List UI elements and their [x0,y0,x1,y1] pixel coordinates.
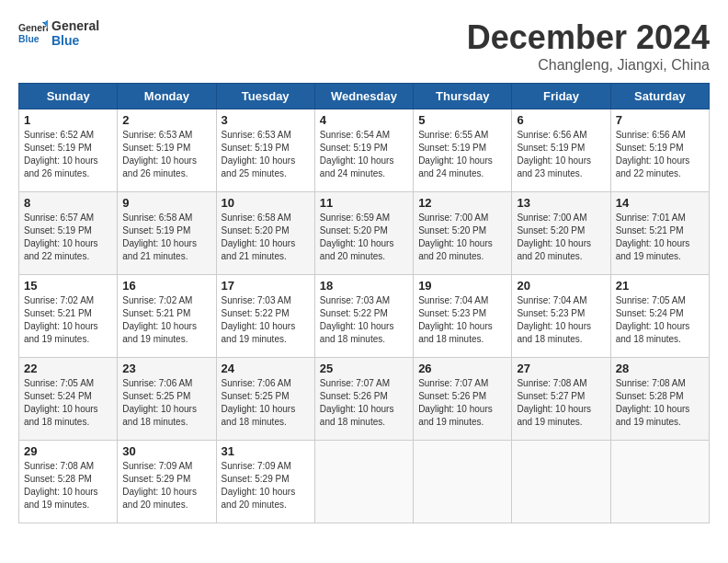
day-info: Sunrise: 7:03 AMSunset: 5:22 PMDaylight:… [222,294,310,346]
day-info: Sunrise: 6:59 AMSunset: 5:20 PMDaylight:… [320,212,408,263]
day-info: Sunrise: 7:07 AMSunset: 5:26 PMDaylight:… [320,377,408,429]
table-row: 3Sunrise: 6:53 AMSunset: 5:19 PMDaylight… [216,109,314,192]
day-number: 18 [320,279,408,293]
table-row: 14Sunrise: 7:01 AMSunset: 5:21 PMDayligh… [610,192,709,275]
day-number: 13 [517,196,605,210]
day-number: 21 [616,279,704,293]
col-monday: Monday [118,84,216,109]
day-info: Sunrise: 7:02 AMSunset: 5:21 PMDaylight:… [24,294,112,346]
table-row: 2Sunrise: 6:53 AMSunset: 5:19 PMDaylight… [118,109,216,192]
day-number: 24 [222,362,310,375]
table-row: 8Sunrise: 6:57 AMSunset: 5:19 PMDaylight… [19,192,118,275]
day-number: 22 [24,362,112,375]
logo: General Blue General Blue [18,18,99,48]
table-row: 1Sunrise: 6:52 AMSunset: 5:19 PMDaylight… [19,109,118,192]
day-number: 20 [517,279,605,293]
table-row: 10Sunrise: 6:58 AMSunset: 5:20 PMDayligh… [216,192,314,275]
col-saturday: Saturday [610,84,709,109]
calendar-header-row: Sunday Monday Tuesday Wednesday Thursday… [19,84,710,109]
day-number: 5 [418,113,506,127]
day-info: Sunrise: 7:09 AMSunset: 5:29 PMDaylight:… [222,460,310,511]
table-row: 19Sunrise: 7:04 AMSunset: 5:23 PMDayligh… [414,275,512,358]
day-info: Sunrise: 6:56 AMSunset: 5:19 PMDaylight:… [517,129,605,180]
day-number: 29 [24,444,112,458]
table-row: 18Sunrise: 7:03 AMSunset: 5:22 PMDayligh… [314,275,413,358]
table-row [610,441,709,523]
day-number: 16 [122,279,210,293]
day-number: 17 [222,279,310,293]
col-wednesday: Wednesday [314,84,413,109]
day-number: 15 [24,279,112,293]
table-row: 31Sunrise: 7:09 AMSunset: 5:29 PMDayligh… [216,441,314,523]
day-info: Sunrise: 7:06 AMSunset: 5:25 PMDaylight:… [122,377,210,429]
day-number: 11 [320,196,408,210]
table-row: 13Sunrise: 7:00 AMSunset: 5:20 PMDayligh… [512,192,610,275]
calendar-week-4: 22Sunrise: 7:05 AMSunset: 5:24 PMDayligh… [19,358,710,441]
table-row: 15Sunrise: 7:02 AMSunset: 5:21 PMDayligh… [19,275,118,358]
day-info: Sunrise: 6:52 AMSunset: 5:19 PMDaylight:… [24,129,112,180]
svg-text:General: General [18,23,48,33]
table-row: 30Sunrise: 7:09 AMSunset: 5:29 PMDayligh… [118,441,216,523]
day-info: Sunrise: 7:05 AMSunset: 5:24 PMDaylight:… [616,294,704,346]
day-number: 23 [122,362,210,375]
table-row: 17Sunrise: 7:03 AMSunset: 5:22 PMDayligh… [216,275,314,358]
table-row: 20Sunrise: 7:04 AMSunset: 5:23 PMDayligh… [512,275,610,358]
day-info: Sunrise: 6:55 AMSunset: 5:19 PMDaylight:… [418,129,506,180]
logo-general-text: General [51,18,99,33]
calendar-week-3: 15Sunrise: 7:02 AMSunset: 5:21 PMDayligh… [19,275,710,358]
col-thursday: Thursday [414,84,512,109]
day-info: Sunrise: 7:08 AMSunset: 5:28 PMDaylight:… [24,460,112,511]
day-number: 1 [24,113,112,127]
calendar-week-5: 29Sunrise: 7:08 AMSunset: 5:28 PMDayligh… [19,441,710,523]
day-info: Sunrise: 7:08 AMSunset: 5:27 PMDaylight:… [517,377,605,429]
page-header: General Blue General Blue December 2024 … [18,18,710,74]
col-sunday: Sunday [19,84,118,109]
day-info: Sunrise: 7:01 AMSunset: 5:21 PMDaylight:… [616,212,704,263]
calendar-week-2: 8Sunrise: 6:57 AMSunset: 5:19 PMDaylight… [19,192,710,275]
table-row: 25Sunrise: 7:07 AMSunset: 5:26 PMDayligh… [314,358,413,441]
day-number: 30 [122,444,210,458]
day-info: Sunrise: 7:04 AMSunset: 5:23 PMDaylight:… [418,294,506,346]
day-info: Sunrise: 6:58 AMSunset: 5:20 PMDaylight:… [222,212,310,263]
table-row: 28Sunrise: 7:08 AMSunset: 5:28 PMDayligh… [610,358,709,441]
day-info: Sunrise: 7:00 AMSunset: 5:20 PMDaylight:… [418,212,506,263]
day-info: Sunrise: 7:02 AMSunset: 5:21 PMDaylight:… [122,294,210,346]
svg-text:Blue: Blue [18,34,40,44]
table-row: 6Sunrise: 6:56 AMSunset: 5:19 PMDaylight… [512,109,610,192]
day-number: 9 [122,196,210,210]
logo-blue-text: Blue [51,33,99,48]
table-row: 7Sunrise: 6:56 AMSunset: 5:19 PMDaylight… [610,109,709,192]
day-number: 7 [616,113,704,127]
day-info: Sunrise: 7:03 AMSunset: 5:22 PMDaylight:… [320,294,408,346]
day-number: 6 [517,113,605,127]
table-row: 12Sunrise: 7:00 AMSunset: 5:20 PMDayligh… [414,192,512,275]
day-number: 3 [222,113,310,127]
table-row: 21Sunrise: 7:05 AMSunset: 5:24 PMDayligh… [610,275,709,358]
day-info: Sunrise: 6:53 AMSunset: 5:19 PMDaylight:… [122,129,210,180]
day-info: Sunrise: 7:09 AMSunset: 5:29 PMDaylight:… [122,460,210,511]
day-info: Sunrise: 6:53 AMSunset: 5:19 PMDaylight:… [222,129,310,180]
day-info: Sunrise: 6:54 AMSunset: 5:19 PMDaylight:… [320,129,408,180]
day-info: Sunrise: 7:04 AMSunset: 5:23 PMDaylight:… [517,294,605,346]
day-number: 27 [517,362,605,375]
logo-icon: General Blue [18,18,48,48]
table-row: 16Sunrise: 7:02 AMSunset: 5:21 PMDayligh… [118,275,216,358]
table-row: 9Sunrise: 6:58 AMSunset: 5:19 PMDaylight… [118,192,216,275]
calendar-week-1: 1Sunrise: 6:52 AMSunset: 5:19 PMDaylight… [19,109,710,192]
table-row: 26Sunrise: 7:07 AMSunset: 5:26 PMDayligh… [414,358,512,441]
day-info: Sunrise: 7:05 AMSunset: 5:24 PMDaylight:… [24,377,112,429]
month-title: December 2024 [467,18,710,57]
table-row: 29Sunrise: 7:08 AMSunset: 5:28 PMDayligh… [19,441,118,523]
day-number: 25 [320,362,408,375]
location: Changleng, Jiangxi, China [467,57,710,74]
day-number: 28 [616,362,704,375]
day-info: Sunrise: 7:07 AMSunset: 5:26 PMDaylight:… [418,377,506,429]
day-number: 10 [222,196,310,210]
table-row [512,441,610,523]
day-number: 19 [418,279,506,293]
table-row: 23Sunrise: 7:06 AMSunset: 5:25 PMDayligh… [118,358,216,441]
table-row: 5Sunrise: 6:55 AMSunset: 5:19 PMDaylight… [414,109,512,192]
table-row [314,441,413,523]
day-info: Sunrise: 7:00 AMSunset: 5:20 PMDaylight:… [517,212,605,263]
table-row: 24Sunrise: 7:06 AMSunset: 5:25 PMDayligh… [216,358,314,441]
